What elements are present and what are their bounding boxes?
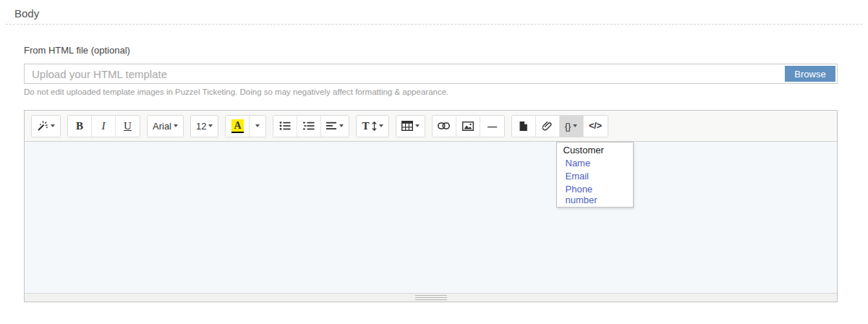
toolbar-group-insert: — (432, 115, 505, 137)
font-color-caret-button[interactable] (250, 116, 265, 137)
editor-resize-handle[interactable] (25, 293, 837, 302)
dropdown-item-phone-number[interactable]: Phone number (557, 183, 633, 207)
table-button[interactable] (396, 116, 425, 137)
resize-grip-icon (415, 295, 447, 300)
dropdown-item-email[interactable]: Email (557, 170, 633, 183)
italic-label: I (102, 120, 106, 132)
magic-wand-button[interactable] (32, 116, 60, 137)
caret-down-icon (174, 124, 178, 127)
font-size-select[interactable]: 12 (191, 116, 218, 137)
caret-down-icon (339, 124, 344, 127)
page-title: Body (14, 7, 39, 20)
bullet-list-icon (279, 121, 291, 131)
underline-label: U (124, 120, 132, 132)
bold-button[interactable]: B (68, 116, 92, 137)
font-family-select[interactable]: Arial (148, 116, 183, 137)
caret-down-icon (573, 124, 577, 127)
caret-down-icon (415, 124, 420, 127)
file-upload-label: From HTML file (optional) (24, 45, 130, 56)
file-upload-input[interactable] (25, 64, 837, 83)
code-view-button[interactable]: </> (584, 116, 608, 137)
italic-button[interactable]: I (92, 116, 116, 137)
placeholder-dropdown-menu: Customer Name Email Phone number (556, 142, 634, 208)
bold-label: B (76, 120, 83, 132)
toolbar-group-line-height: T (356, 115, 388, 137)
font-color-button[interactable]: A (226, 116, 250, 137)
browse-button[interactable]: Browse (785, 66, 835, 82)
font-size-value: 12 (196, 121, 206, 132)
dropdown-group-header: Customer (557, 142, 633, 157)
dropdown-item-name[interactable]: Name (557, 157, 633, 170)
file-upload-field: Browse (24, 64, 838, 84)
toolbar-group-lists (273, 115, 349, 137)
template-document-button[interactable] (512, 116, 536, 137)
table-icon (401, 121, 413, 131)
toolbar-group-font-size: 12 (190, 115, 218, 137)
line-height-label: T (362, 120, 369, 132)
editor-toolbar: B I U Arial 12 A (25, 111, 837, 142)
line-height-icon (372, 122, 377, 131)
toolbar-group-table (396, 115, 425, 137)
numbered-list-button[interactable] (297, 116, 321, 137)
rich-text-editor: B I U Arial 12 A (24, 110, 838, 302)
horizontal-rule-button[interactable]: — (480, 116, 504, 137)
link-button[interactable] (433, 116, 456, 137)
paperclip-icon (542, 121, 553, 131)
link-icon (438, 122, 450, 129)
image-button[interactable] (456, 116, 480, 137)
attachment-button[interactable] (536, 116, 560, 137)
numbered-list-icon (303, 121, 315, 131)
caret-down-icon (208, 124, 213, 127)
toolbar-group-text-style: B I U (67, 115, 140, 137)
font-color-label: A (231, 119, 243, 133)
toolbar-group-font-family: Arial (147, 115, 184, 137)
upload-helper-text: Do not edit uploaded template images in … (24, 88, 448, 96)
caret-down-icon (51, 124, 55, 127)
text-align-button[interactable] (321, 116, 349, 137)
font-family-value: Arial (153, 121, 171, 132)
horizontal-rule-icon: — (488, 121, 496, 132)
underline-button[interactable]: U (116, 116, 140, 137)
document-icon (519, 121, 528, 132)
line-height-button[interactable]: T (357, 116, 388, 137)
toolbar-group-advanced: {} Customer Name Email Phone number </> (511, 115, 608, 137)
editor-content-area[interactable] (25, 142, 837, 293)
magic-wand-icon (37, 120, 48, 132)
section-divider (6, 24, 862, 25)
align-left-icon (326, 122, 337, 130)
bullet-list-button[interactable] (273, 116, 297, 137)
caret-down-icon (379, 124, 383, 127)
toolbar-group-font-color: A (225, 115, 266, 137)
caret-down-icon (255, 124, 260, 127)
insert-placeholder-button[interactable]: {} Customer Name Email Phone number (560, 116, 584, 137)
toolbar-group-magic (31, 115, 61, 137)
code-icon: </> (589, 121, 602, 131)
image-icon (462, 122, 474, 131)
placeholder-braces-icon: {} (565, 121, 571, 132)
